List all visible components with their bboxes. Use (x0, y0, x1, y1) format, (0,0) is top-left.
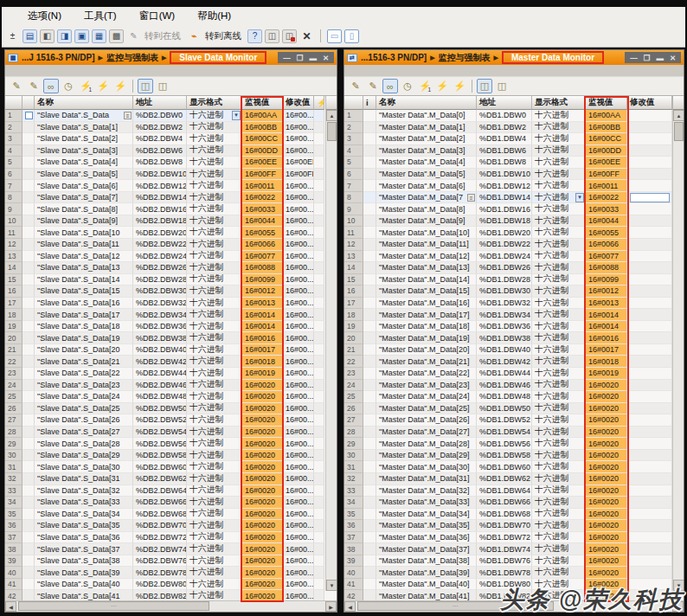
modify-value-cell[interactable]: 16#00... (283, 251, 314, 263)
row-select-cell[interactable] (22, 543, 35, 555)
format-cell[interactable]: 十六进制 (532, 473, 586, 485)
table-row[interactable]: 40"Slave Data".S_Data[39%DB2.DBW78十六进制16… (5, 567, 337, 579)
table-row[interactable]: 6"Master Data".M_Data[5]%DB1.DBW10十六进制16… (344, 169, 684, 181)
row-select-cell[interactable] (22, 555, 35, 568)
trigger-cell[interactable] (314, 251, 324, 263)
name-cell[interactable]: "Master Data".M_Data[31] (376, 473, 477, 485)
modify-value-cell[interactable]: 16#00... (283, 274, 314, 286)
monitor-value-cell[interactable]: 16#0077 (242, 251, 283, 263)
monitor-value-cell[interactable]: 16#0020 (242, 461, 283, 473)
address-cell[interactable]: %DB1.DBW40 (477, 344, 532, 356)
address-cell[interactable]: %DB2.DBW48 (133, 391, 187, 403)
address-cell[interactable]: %DB1.DBW24 (477, 251, 532, 263)
row-select-cell[interactable] (363, 509, 376, 521)
table-row[interactable]: 14"Slave Data".S_Data[13%DB2.DBW26十六进制16… (5, 262, 337, 274)
table-row[interactable]: 34"Master Data".M_Data[33]%DB1.DBW66十六进制… (344, 497, 684, 509)
row-select-cell[interactable] (363, 532, 376, 544)
format-cell[interactable]: 十六进制 (532, 520, 586, 532)
trigger-cell[interactable] (314, 427, 324, 439)
name-cell[interactable]: "Slave Data".S_Data[38 (35, 555, 133, 568)
modify-value-cell[interactable] (627, 332, 672, 344)
vertical-scrollbar[interactable]: ▲ ▼ (672, 110, 684, 591)
address-cell[interactable]: %DB1.DBW8 (477, 157, 532, 169)
monitor-value-cell[interactable]: 16#0020 (586, 520, 627, 532)
monitor-once-icon[interactable]: ◷ (61, 79, 76, 93)
name-cell[interactable]: "Master Data".M_Data[12] (376, 251, 477, 263)
table-row[interactable]: 11"Slave Data".S_Data[10%DB2.DBW20十六进制16… (5, 227, 337, 239)
name-cell[interactable]: "Master Data".M_Data[16] (376, 298, 477, 310)
table-row[interactable]: 30"Master Data".M_Data[29]%DB1.DBW58十六进制… (344, 450, 684, 462)
trigger-cell[interactable] (314, 110, 324, 122)
table-row[interactable]: 13"Slave Data".S_Data[12%DB2.DBW24十六进制16… (5, 251, 337, 263)
modify-value-cell[interactable]: 16#00... (283, 356, 314, 368)
modify-continuous-icon[interactable]: ⚡ (452, 79, 467, 93)
monitor-value-cell[interactable]: 16#0033 (586, 203, 627, 215)
maximize-icon[interactable]: ▬ (656, 54, 664, 62)
table-row[interactable]: 29"Slave Data".S_Data[28%DB2.DBW56十六进制16… (5, 438, 337, 450)
format-cell[interactable]: 十六进制 (532, 110, 586, 122)
trigger-cell[interactable] (314, 473, 324, 485)
close-icon[interactable]: ✕ (323, 54, 329, 62)
row-select-cell[interactable] (22, 391, 35, 403)
name-cell[interactable]: "Slave Data".S_Data[28 (35, 438, 133, 450)
layout-vertical-icon[interactable]: ▯ (344, 29, 359, 43)
format-cell[interactable]: 十六进制 (532, 344, 586, 356)
table-row[interactable]: 26"Slave Data".S_Data[25%DB2.DBW50十六进制16… (5, 403, 337, 415)
monitor-value-cell[interactable]: 16#0018 (586, 356, 627, 368)
name-cell[interactable]: "Master Data".M_Data[34] (376, 509, 477, 521)
window-d-icon[interactable]: ▦ (92, 29, 106, 43)
monitor-value-cell[interactable]: 16#0020 (586, 497, 627, 509)
modify-value-cell[interactable] (627, 169, 672, 181)
monitor-value-cell[interactable]: 16#0055 (242, 227, 283, 239)
modify-value-cell[interactable]: 16#00... (283, 192, 314, 204)
monitor-value-cell[interactable]: 16#0020 (242, 532, 283, 544)
table-row[interactable]: 36"Master Data".M_Data[35]%DB1.DBW70十六进制… (344, 520, 684, 532)
name-cell[interactable]: "Master Data".M_Data[25] (376, 403, 477, 415)
row-select-cell[interactable] (363, 579, 376, 591)
monitor-value-cell[interactable]: 16#0020 (242, 473, 283, 485)
modify-value-cell[interactable] (627, 133, 672, 145)
table-row[interactable]: 38"Master Data".M_Data[37]%DB1.DBW74十六进制… (344, 543, 684, 555)
format-cell[interactable]: 十六进制 (187, 391, 242, 403)
trigger-cell[interactable] (314, 192, 324, 204)
modify-value-cell[interactable] (627, 274, 672, 286)
format-cell[interactable]: 十六进制 (532, 133, 586, 145)
name-cell[interactable]: "Slave Data".S_Data[25 (35, 403, 133, 415)
name-cell[interactable]: "Master Data".M_Data[10] (376, 227, 477, 239)
row-select-cell[interactable] (22, 110, 35, 122)
trigger-cell[interactable] (314, 532, 324, 544)
row-select-cell[interactable] (22, 298, 35, 310)
table-row[interactable]: 2"Slave Data".S_Data[1]%DB2.DBW2十六进制16#0… (5, 122, 337, 134)
table-row[interactable]: 32"Slave Data".S_Data[31%DB2.DBW62十六进制16… (5, 473, 337, 485)
row-select-cell[interactable] (363, 380, 376, 392)
address-cell[interactable]: %DB1.DBW28 (477, 274, 532, 286)
address-cell[interactable]: %DB1.DBW44 (477, 368, 532, 380)
table-row[interactable]: 32"Master Data".M_Data[31]%DB1.DBW62十六进制… (344, 473, 684, 485)
slave-title-bar[interactable]: ▦ ...J 1516-3 PN/DP] ▶ 监控与强制表 ▶ Slave Da… (5, 50, 337, 65)
format-cell[interactable]: 十六进制 (187, 251, 242, 263)
name-cell[interactable]: "Master Data".M_Data[29] (376, 450, 477, 462)
trigger-cell[interactable] (314, 450, 324, 462)
row-select-cell[interactable] (363, 438, 376, 450)
trigger-cell[interactable] (314, 309, 324, 321)
save-icon[interactable]: ▤ (22, 29, 37, 43)
modify-value-cell[interactable]: 16#00... (283, 122, 314, 134)
modify-value-cell[interactable] (627, 192, 672, 204)
name-cell[interactable]: "Master Data".M_Data[32] (376, 485, 477, 497)
row-select-cell[interactable] (22, 203, 35, 215)
vertical-scroll-thumb[interactable] (327, 122, 337, 141)
format-cell[interactable]: 十六进制 (532, 356, 586, 368)
address-cell[interactable]: %DB1.DBW72 (477, 532, 532, 544)
address-cell[interactable]: %DB2.DBW32 (133, 298, 187, 310)
address-cell[interactable]: %DB2.DBW58 (133, 450, 187, 462)
window-f-icon[interactable]: ◫ (265, 29, 279, 43)
table-row[interactable]: 15"Master Data".M_Data[14]%DB1.DBW28十六进制… (344, 274, 684, 286)
name-cell[interactable]: "Master Data".M_Data[23] (376, 380, 477, 392)
format-cell[interactable]: 十六进制 (187, 567, 242, 579)
address-cell[interactable]: %DB1.DBW60 (477, 461, 532, 473)
row-select-cell[interactable] (363, 169, 376, 181)
monitor-value-cell[interactable]: 16#0017 (586, 344, 627, 356)
table-row[interactable]: 24"Slave Data".S_Data[23%DB2.DBW46十六进制16… (5, 380, 337, 392)
modify-value-cell[interactable] (627, 309, 672, 321)
monitor-value-cell[interactable]: 16#0099 (586, 274, 627, 286)
